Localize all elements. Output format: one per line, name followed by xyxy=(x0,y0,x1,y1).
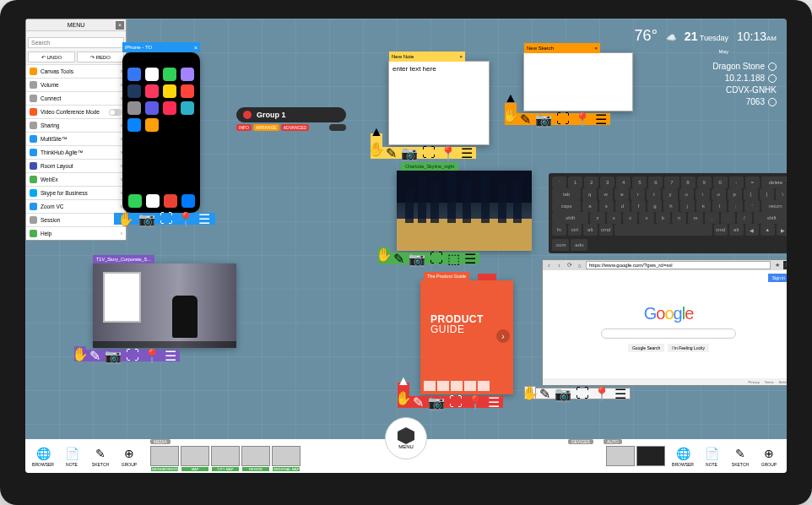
key[interactable]: a xyxy=(582,200,597,212)
pen-icon[interactable]: ✎ xyxy=(413,394,424,410)
close-icon[interactable]: × xyxy=(594,46,598,51)
media-thumb[interactable]: NEIGHBORHOOD xyxy=(150,446,179,466)
back-icon[interactable]: ‹ xyxy=(545,262,553,269)
key[interactable]: return xyxy=(761,200,787,212)
key[interactable]: r xyxy=(631,188,645,200)
menu-item[interactable]: Skype for Business› xyxy=(26,186,126,199)
more-icon[interactable]: ☰ xyxy=(595,111,607,128)
key[interactable]: / xyxy=(737,212,751,224)
expand-icon[interactable]: ⛶ xyxy=(126,348,139,363)
key[interactable]: j xyxy=(680,200,695,212)
page-thumb[interactable] xyxy=(464,381,476,391)
app-icon[interactable] xyxy=(181,101,194,115)
page-thumb[interactable] xyxy=(478,381,490,391)
drag-icon[interactable]: ✋ xyxy=(368,141,385,157)
camera-icon[interactable]: 📷 xyxy=(409,251,425,267)
close-icon[interactable]: × xyxy=(783,261,787,269)
key[interactable]: y xyxy=(663,188,677,200)
drag-icon[interactable]: ✋ xyxy=(502,107,519,123)
app-icon[interactable] xyxy=(145,84,159,98)
key[interactable]: w xyxy=(598,188,613,200)
group-badge[interactable]: ADVANCED xyxy=(281,124,309,131)
pin-icon[interactable]: 📍 xyxy=(177,211,194,227)
camera-icon[interactable]: 📷 xyxy=(401,145,418,161)
key[interactable]: 5 xyxy=(632,176,647,188)
key[interactable]: cmd xyxy=(599,224,614,236)
redo-button[interactable]: ↷ REDO xyxy=(77,52,124,62)
note-body[interactable]: enter text here xyxy=(389,62,489,76)
tool-browser[interactable]: 🌐BROWSER xyxy=(670,446,696,467)
record-icon[interactable] xyxy=(243,111,252,119)
app-icon[interactable] xyxy=(127,84,141,98)
menu-item[interactable]: WebEx› xyxy=(26,172,126,186)
menu-item[interactable]: Session› xyxy=(26,213,126,226)
key[interactable]: s xyxy=(599,200,614,212)
key[interactable]: h xyxy=(663,200,678,212)
app-icon[interactable] xyxy=(181,84,194,98)
expand-icon[interactable]: ⛶ xyxy=(556,111,570,127)
key[interactable]: i xyxy=(696,188,710,200)
dock-icon[interactable] xyxy=(128,194,142,208)
key[interactable]: ctrl xyxy=(568,224,582,236)
pen-icon[interactable]: ✎ xyxy=(89,348,100,364)
drag-icon[interactable]: ✋ xyxy=(522,385,539,401)
more-icon[interactable]: ☰ xyxy=(488,394,500,410)
key[interactable]: .edu xyxy=(571,239,587,251)
pin-icon[interactable]: 📍 xyxy=(467,394,484,410)
forward-icon[interactable]: › xyxy=(555,262,563,269)
note-window[interactable]: New Note× enter text here xyxy=(388,61,490,145)
app-icon[interactable] xyxy=(163,68,176,81)
key[interactable]: delete xyxy=(761,176,787,188)
pen-icon[interactable]: ✎ xyxy=(393,251,404,267)
menu-item[interactable]: Help› xyxy=(26,226,126,240)
key[interactable]: = xyxy=(745,176,760,188)
app-icon[interactable] xyxy=(145,68,159,81)
device-thumb[interactable] xyxy=(606,446,635,466)
camera-icon[interactable]: 📷 xyxy=(555,386,571,402)
media-thumb[interactable]: REGIONAL MAP xyxy=(272,446,300,466)
google-search-button[interactable]: Google Search xyxy=(628,344,664,352)
menu-item[interactable]: Room Layout› xyxy=(26,159,126,172)
key[interactable]: 0 xyxy=(713,176,728,188)
menu-item[interactable]: Video Conference Mode xyxy=(26,105,126,118)
key[interactable]: ◀ xyxy=(745,224,760,236)
key[interactable]: ▲ xyxy=(761,224,775,236)
key[interactable]: p xyxy=(728,188,742,200)
pen-icon[interactable]: ✎ xyxy=(520,111,531,128)
page-thumb[interactable] xyxy=(451,381,463,391)
key[interactable]: fn xyxy=(552,224,566,236)
menu-item[interactable]: MultiSite™› xyxy=(26,132,126,145)
phone-mirror-window[interactable]: iPhone - TO× xyxy=(122,52,200,213)
expand-icon[interactable]: ⛶ xyxy=(449,394,463,410)
pin-icon[interactable]: 📍 xyxy=(440,145,457,161)
expand-icon[interactable]: ⛶ xyxy=(422,145,436,160)
drag-icon[interactable]: ✋ xyxy=(72,346,89,362)
group-badge[interactable]: INFO xyxy=(236,124,252,131)
page-thumb[interactable] xyxy=(424,381,436,391)
key[interactable]: x xyxy=(607,212,621,224)
camera-icon[interactable]: 📷 xyxy=(105,348,122,364)
more-icon[interactable]: ☰ xyxy=(165,348,176,364)
key[interactable]: k xyxy=(696,200,711,212)
link-icon[interactable] xyxy=(768,98,777,106)
canvas-screen[interactable]: 76° ☁️ 21 TuesdayMay 10:13AM Dragon Ston… xyxy=(25,19,787,473)
key[interactable]: ` xyxy=(552,176,566,188)
app-icon[interactable] xyxy=(163,118,176,132)
drag-icon[interactable]: ✋ xyxy=(395,390,412,406)
dock-icon[interactable] xyxy=(181,194,195,208)
key[interactable]: c xyxy=(623,212,637,224)
app-icon[interactable] xyxy=(145,118,159,132)
tool-sketch[interactable]: ✎SKETCH xyxy=(728,446,753,467)
toggle-switch[interactable] xyxy=(109,109,122,116)
key[interactable]: \ xyxy=(776,188,787,200)
close-icon[interactable]: × xyxy=(459,54,463,59)
video-window[interactable]: T1V_Story_Corporate_S... xyxy=(93,263,236,348)
key[interactable]: 4 xyxy=(616,176,631,188)
key[interactable]: ] xyxy=(760,188,774,200)
key[interactable]: 8 xyxy=(681,176,696,188)
more-icon[interactable]: ☰ xyxy=(614,386,626,402)
pen-icon[interactable]: ✎ xyxy=(386,145,397,161)
more-icon[interactable]: ☰ xyxy=(198,211,210,227)
more-icon[interactable]: ☰ xyxy=(461,145,473,161)
expand-icon[interactable]: ⛶ xyxy=(430,251,443,266)
